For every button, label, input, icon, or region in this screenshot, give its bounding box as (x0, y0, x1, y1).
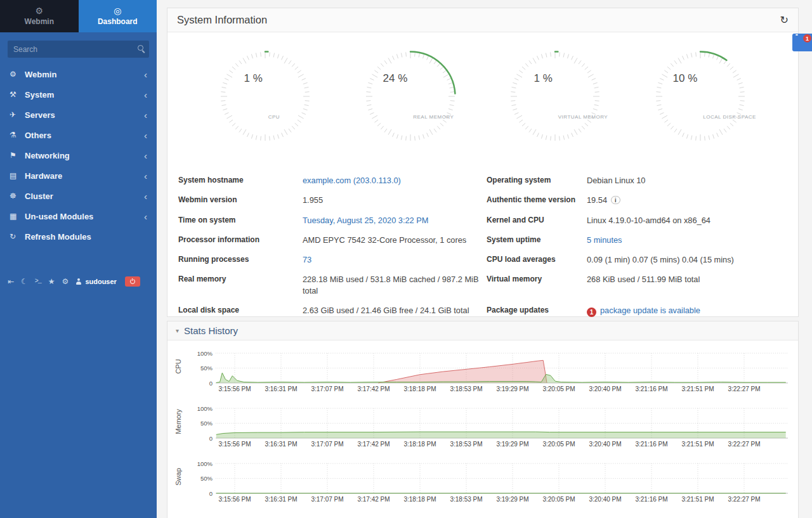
tab-webmin[interactable]: ⚙ Webmin (0, 0, 79, 32)
info-value: 1.955 (303, 190, 487, 210)
stats-history-header[interactable]: ▾ Stats History (167, 321, 798, 340)
info-label: Real memory (178, 269, 303, 301)
search-input[interactable] (8, 41, 149, 58)
sidebar-item-unused-modules[interactable]: ▦ Un-used Modules ‹ (0, 206, 157, 226)
svg-text:3:17:42 PM: 3:17:42 PM (357, 496, 390, 503)
info-value: 268 KiB used / 511.99 MiB total (587, 269, 788, 301)
sidebar-item-others[interactable]: ⚗ Others ‹ (0, 125, 157, 145)
search-icon (138, 45, 143, 51)
svg-text:3:22:27 PM: 3:22:27 PM (728, 496, 760, 503)
svg-text:3:21:16 PM: 3:21:16 PM (635, 385, 667, 392)
refresh-button[interactable]: ↻ (780, 15, 789, 25)
page-title: System Information (177, 14, 780, 26)
running-processes-link[interactable]: 73 (303, 255, 311, 264)
info-label: Authentic theme version (487, 190, 587, 210)
shield-icon: ⚑ (10, 151, 25, 160)
svg-text:50%: 50% (200, 365, 213, 372)
system-info-table: System hostname example.com (203.0.113.0… (178, 171, 788, 321)
info-label: Package updates (487, 301, 587, 321)
info-label: Running processes (178, 250, 303, 269)
info-label: Webmin version (178, 190, 303, 210)
stats-charts: CPU 100%50%03:15:56 PM3:16:31 PM3:17:07 … (167, 340, 798, 514)
sidebar-item-refresh-modules[interactable]: ↻ Refresh Modules (0, 226, 157, 247)
logout-button[interactable] (125, 276, 140, 287)
sidebar-item-servers[interactable]: ✈ Servers ‹ (0, 105, 157, 125)
chevron-left-icon: ‹ (144, 90, 147, 100)
hostname-link[interactable]: example.com (203.0.113.0) (303, 176, 401, 185)
svg-text:3:16:31 PM: 3:16:31 PM (265, 441, 297, 448)
sidebar-item-system[interactable]: ⚒ System ‹ (0, 84, 157, 105)
gauge-cpu: 1 % CPU (218, 49, 313, 144)
svg-text:100%: 100% (197, 350, 213, 357)
svg-text:3:20:05 PM: 3:20:05 PM (542, 496, 575, 503)
svg-text:3:20:40 PM: 3:20:40 PM (589, 496, 621, 503)
svg-text:3:17:42 PM: 3:17:42 PM (357, 385, 390, 392)
svg-text:3:21:51 PM: 3:21:51 PM (681, 385, 714, 392)
svg-text:3:20:40 PM: 3:20:40 PM (589, 441, 621, 448)
info-label: System uptime (487, 230, 587, 250)
chevron-left-icon: ‹ (144, 191, 147, 201)
info-label: System hostname (178, 171, 303, 190)
svg-text:50%: 50% (200, 420, 213, 427)
svg-text:3:18:18 PM: 3:18:18 PM (403, 441, 436, 448)
sidebar-menu: ⚙ Webmin ‹ ⚒ System ‹ ✈ Servers ‹ ⚗ Othe… (0, 64, 157, 247)
collapse-sidebar-icon[interactable]: ⇤ (8, 278, 14, 285)
info-label: Kernel and CPU (487, 210, 587, 230)
svg-text:100%: 100% (197, 460, 213, 467)
info-value: Tuesday, August 25, 2020 3:22 PM (303, 210, 487, 230)
info-label: Operating system (487, 171, 587, 190)
night-mode-icon[interactable]: ☾ (21, 278, 28, 285)
info-value: 2.63 GiB used / 21.46 GiB free / 24.1 Gi… (303, 301, 487, 321)
notification-count-badge: 1 (803, 34, 811, 42)
settings-icon[interactable]: ⚙ (62, 278, 69, 285)
favorites-icon[interactable]: ★ (48, 278, 55, 285)
system-information-card: System Information ↻ 1 % CPU 24 % REAL M… (167, 8, 799, 317)
gauge-value: 1 % (508, 72, 553, 85)
sidebar-item-cluster[interactable]: ☸ Cluster ‹ (0, 186, 157, 206)
sidebar-search (8, 41, 149, 58)
svg-text:3:17:07 PM: 3:17:07 PM (311, 496, 343, 503)
modules-icon: ▦ (10, 212, 25, 221)
svg-text:3:19:29 PM: 3:19:29 PM (496, 496, 528, 503)
user-icon (75, 278, 82, 285)
time-on-system-link[interactable]: Tuesday, August 25, 2020 3:22 PM (303, 216, 428, 225)
user-menu[interactable]: sudouser (75, 278, 117, 285)
svg-text:3:16:31 PM: 3:16:31 PM (265, 496, 297, 503)
notifications-toggle[interactable]: 1 (792, 34, 812, 51)
package-update-link[interactable]: package update is available (600, 306, 700, 315)
wrench-icon: ⚗ (10, 131, 25, 139)
gauge-label: CPU (268, 114, 280, 120)
system-uptime-link[interactable]: 5 minutes (587, 235, 622, 245)
chevron-left-icon: ‹ (144, 151, 147, 160)
svg-text:3:18:53 PM: 3:18:53 PM (450, 385, 482, 392)
svg-text:3:17:42 PM: 3:17:42 PM (357, 441, 390, 448)
svg-text:0: 0 (209, 380, 213, 387)
gauge-value: 1 % (218, 72, 263, 85)
svg-text:3:18:18 PM: 3:18:18 PM (403, 496, 436, 503)
theme-info-badge[interactable]: i (611, 196, 620, 204)
swap-usage-chart: 100%50%03:15:56 PM3:16:31 PM3:17:07 PM3:… (185, 458, 789, 514)
info-value: Linux 4.19.0-10-amd64 on x86_64 (587, 210, 788, 230)
tools-icon: ⚒ (10, 90, 25, 99)
memory-usage-chart: 100%50%03:15:56 PM3:16:31 PM3:17:07 PM3:… (185, 403, 789, 458)
sidebar-item-hardware[interactable]: ▤ Hardware ‹ (0, 165, 157, 186)
tab-webmin-label: Webmin (25, 17, 54, 26)
svg-text:3:20:05 PM: 3:20:05 PM (542, 385, 575, 392)
tab-dashboard[interactable]: ◎ Dashboard (79, 0, 157, 32)
svg-text:3:20:05 PM: 3:20:05 PM (542, 441, 575, 448)
stats-chart-cpu: CPU 100%50%03:15:56 PM3:16:31 PM3:17:07 … (171, 348, 793, 403)
svg-text:3:21:51 PM: 3:21:51 PM (681, 496, 714, 503)
svg-text:3:18:53 PM: 3:18:53 PM (450, 496, 482, 503)
sidebar-footer: ⇤ ☾ >_ ★ ⚙ sudouser (0, 276, 157, 287)
svg-text:100%: 100% (197, 405, 213, 412)
svg-text:3:20:40 PM: 3:20:40 PM (589, 385, 621, 392)
chevron-left-icon: ‹ (144, 110, 147, 120)
power-icon (130, 279, 135, 284)
info-value: example.com (203.0.113.0) (303, 171, 487, 190)
svg-text:3:19:29 PM: 3:19:29 PM (496, 441, 528, 448)
sidebar-item-networking[interactable]: ⚑ Networking ‹ (0, 145, 157, 165)
terminal-icon[interactable]: >_ (35, 278, 41, 285)
sidebar-item-webmin[interactable]: ⚙ Webmin ‹ (0, 64, 157, 84)
info-value: 0.09 (1 min) 0.07 (5 mins) 0.04 (15 mins… (587, 250, 788, 269)
cluster-icon: ☸ (10, 191, 25, 200)
